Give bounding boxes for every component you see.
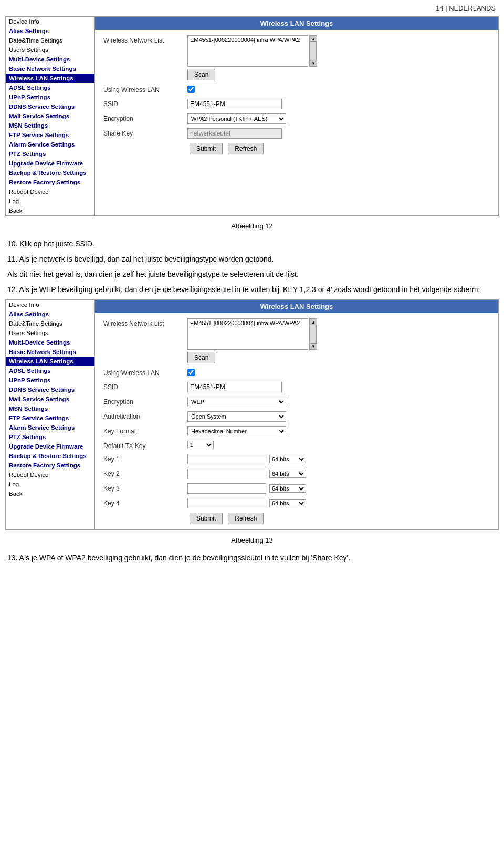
network-list-row: Wireless Network List EM4551-[0002200000… — [103, 35, 490, 80]
p2-scroll-up-btn[interactable]: ▲ — [310, 319, 317, 325]
scan-button1[interactable]: Scan — [187, 69, 215, 80]
refresh-button1[interactable]: Refresh — [228, 143, 264, 154]
p2-key1-bits-select[interactable]: 64 bits — [269, 455, 306, 463]
p2-key3-bits-select[interactable]: 64 bits — [269, 484, 306, 493]
sidebar2-item-reboot[interactable]: Reboot Device — [6, 470, 94, 480]
sidebar2-item-device-info[interactable]: Device Info — [6, 300, 94, 309]
network-list-control: EM4551-[000220000004] infra WPA/WPA2 ▲ ▼… — [187, 35, 490, 80]
p2-encryption-label: Encryption — [103, 397, 187, 406]
sidebar-item-back[interactable]: Back — [6, 206, 94, 215]
submit-button2[interactable]: Submit — [190, 513, 223, 524]
sidebar-item-reboot[interactable]: Reboot Device — [6, 187, 94, 196]
sidebar2-item-basicnet[interactable]: Basic Network Settings — [6, 347, 94, 357]
p2-key2-input[interactable] — [187, 469, 266, 479]
p2-defaulttx-label: Default TX Key — [103, 441, 187, 450]
using-wireless-checkbox[interactable] — [187, 86, 195, 93]
scroll-up-btn[interactable]: ▲ — [310, 36, 317, 42]
sidebar2-item-alias[interactable]: Alias Settings — [6, 309, 94, 319]
panel2-main: Wireless LAN Settings Wireless Network L… — [95, 300, 498, 529]
sidebar2-item-multidevice[interactable]: Multi-Device Settings — [6, 338, 94, 347]
sidebar2-item-users[interactable]: Users Settings — [6, 328, 94, 338]
sidebar-item-msn[interactable]: MSN Settings — [6, 121, 94, 130]
ssid-input[interactable] — [187, 99, 282, 109]
p2-defaulttx-row: Default TX Key 1 — [103, 441, 490, 450]
p2-encryption-row: Encryption WEP — [103, 397, 490, 407]
p2-scroll-down-btn[interactable]: ▼ — [310, 343, 317, 349]
sidebar2-item-ftp[interactable]: FTP Service Settings — [6, 413, 94, 423]
sidebar2-item-ddns[interactable]: DDNS Service Settings — [6, 385, 94, 394]
p2-key3-control: 64 bits — [187, 483, 490, 494]
encryption-row: Encryption WPA2 Personal (TKIP + AES) — [103, 113, 490, 124]
sidebar-item-alias[interactable]: Alias Settings — [6, 26, 94, 36]
sidebar2-item-adsl[interactable]: ADSL Settings — [6, 366, 94, 376]
panel1-body: Wireless Network List EM4551-[0002200000… — [95, 30, 498, 160]
p2-key4-input[interactable] — [187, 498, 266, 508]
sidebar2-item-datetime[interactable]: Date&Time Settings — [6, 319, 94, 328]
refresh-button2[interactable]: Refresh — [228, 513, 264, 524]
panel2-body: Wireless Network List EM4551-[0002200000… — [95, 313, 498, 529]
sidebar2-item-back[interactable]: Back — [6, 489, 94, 498]
p2-key1-label: Key 1 — [103, 454, 187, 463]
sidebar2-item-firmware[interactable]: Upgrade Device Firmware — [6, 442, 94, 451]
sidebar-item-datetime[interactable]: Date&Time Settings — [6, 36, 94, 45]
p2-using-wireless-checkbox[interactable] — [187, 369, 195, 376]
network-list-item[interactable]: EM4551-[000220000004] infra WPA/WPA2 — [188, 36, 308, 44]
sidebar-item-wirelesslan[interactable]: Wireless LAN Settings — [6, 74, 94, 83]
encryption-select[interactable]: WPA2 Personal (TKIP + AES) — [187, 113, 286, 124]
p2-key1-row: Key 1 64 bits — [103, 454, 490, 464]
p2-auth-select[interactable]: Open System — [187, 411, 286, 422]
sidebar2-item-restore[interactable]: Restore Factory Settings — [6, 461, 94, 470]
using-wireless-label: Using Wireless LAN — [103, 85, 187, 93]
p2-auth-control: Open System — [187, 411, 490, 422]
sidebar2-item-upnp[interactable]: UPnP Settings — [6, 376, 94, 385]
p2-keyformat-select[interactable]: Hexadecimal Number — [187, 426, 286, 436]
p2-network-list-box: EM4551-[000220000004] infra WPA/WPA2- ▲ … — [187, 318, 490, 350]
sidebar-item-ptz[interactable]: PTZ Settings — [6, 149, 94, 159]
share-key-row: Share Key — [103, 128, 490, 139]
ssid-label: SSID — [103, 99, 187, 108]
sidebar2-item-alarm[interactable]: Alarm Service Settings — [6, 423, 94, 432]
p2-key3-input[interactable] — [187, 483, 266, 494]
scan-button2[interactable]: Scan — [187, 352, 215, 363]
network-list-box: EM4551-[000220000004] infra WPA/WPA2 ▲ ▼ — [187, 35, 490, 67]
ssid-row: SSID — [103, 99, 490, 109]
sidebar-item-upnp[interactable]: UPnP Settings — [6, 92, 94, 102]
scroll-down-btn[interactable]: ▼ — [310, 60, 317, 66]
sidebar2-item-backup[interactable]: Backup & Restore Settings — [6, 451, 94, 461]
p2-ssid-input[interactable] — [187, 382, 282, 392]
network-listbox[interactable]: EM4551-[000220000004] infra WPA/WPA2 — [187, 35, 308, 67]
p2-key1-input[interactable] — [187, 454, 266, 464]
share-key-control — [187, 128, 490, 139]
page-header: 14 | NEDERLANDS — [0, 0, 504, 16]
sidebar-item-firmware[interactable]: Upgrade Device Firmware — [6, 159, 94, 168]
sidebar-item-log[interactable]: Log — [6, 196, 94, 206]
sidebar-item-multidevice[interactable]: Multi-Device Settings — [6, 55, 94, 64]
sidebar-item-ftp[interactable]: FTP Service Settings — [6, 130, 94, 140]
sidebar-item-backup[interactable]: Backup & Restore Settings — [6, 168, 94, 178]
p2-key2-label: Key 2 — [103, 469, 187, 477]
sidebar-item-ddns[interactable]: DDNS Service Settings — [6, 102, 94, 111]
p2-network-listbox[interactable]: EM4551-[000220000004] infra WPA/WPA2- — [187, 318, 308, 350]
sidebar2-item-ptz[interactable]: PTZ Settings — [6, 432, 94, 442]
sidebar2-item-log[interactable]: Log — [6, 480, 94, 489]
sidebar-item-device-info[interactable]: Device Info — [6, 17, 94, 26]
sidebar-item-mail[interactable]: Mail Service Settings — [6, 111, 94, 121]
share-key-input[interactable] — [187, 128, 282, 139]
p2-key4-bits-select[interactable]: 64 bits — [269, 499, 306, 507]
p2-encryption-select[interactable]: WEP — [187, 397, 286, 407]
p2-key2-bits-select[interactable]: 64 bits — [269, 470, 306, 478]
submit-button1[interactable]: Submit — [190, 143, 223, 154]
sidebar-item-restore[interactable]: Restore Factory Settings — [6, 178, 94, 187]
step11-text: 11. Als je netwerk is beveiligd, dan zal… — [7, 254, 497, 265]
p2-defaulttx-select[interactable]: 1 — [187, 441, 214, 449]
p2-network-list-row: Wireless Network List EM4551-[0002200000… — [103, 318, 490, 363]
sidebar-item-users[interactable]: Users Settings — [6, 45, 94, 55]
sidebar2-item-msn[interactable]: MSN Settings — [6, 404, 94, 413]
p2-network-list-item[interactable]: EM4551-[000220000004] infra WPA/WPA2- — [188, 319, 308, 327]
p2-key4-control: 64 bits — [187, 498, 490, 508]
sidebar2-item-mail[interactable]: Mail Service Settings — [6, 394, 94, 404]
sidebar-item-alarm[interactable]: Alarm Service Settings — [6, 140, 94, 149]
sidebar2-item-wirelesslan[interactable]: Wireless LAN Settings — [6, 357, 94, 366]
sidebar-item-basicnet[interactable]: Basic Network Settings — [6, 64, 94, 74]
sidebar-item-adsl[interactable]: ADSL Settings — [6, 83, 94, 92]
